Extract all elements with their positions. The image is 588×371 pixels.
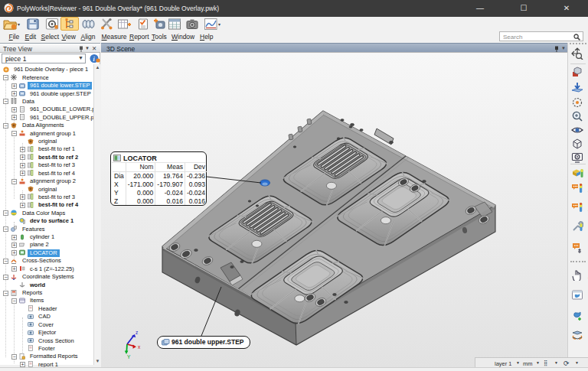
svg-text:Y: Y: [127, 354, 131, 360]
svg-text:z: z: [136, 330, 138, 335]
